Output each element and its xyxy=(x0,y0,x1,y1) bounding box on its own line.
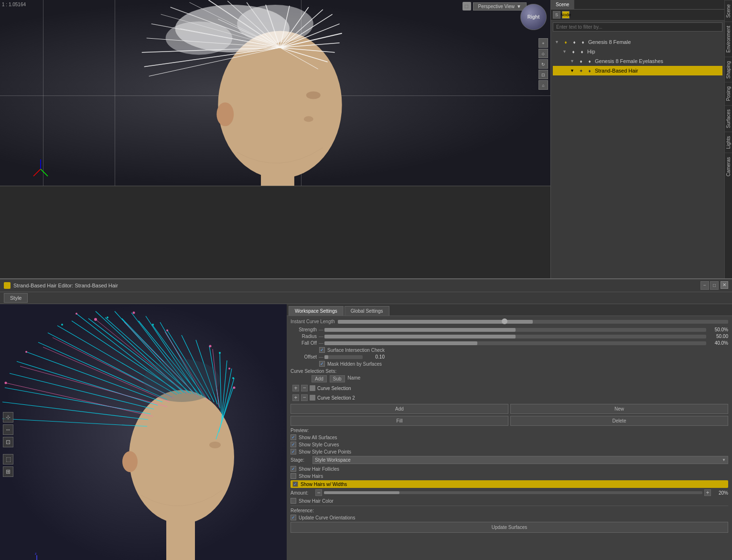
vtab-posing[interactable]: Posing xyxy=(725,82,732,105)
perspective-view-btn[interactable]: Perspective View ▼ xyxy=(473,2,527,11)
pan-btn[interactable]: ⊹ xyxy=(538,49,548,58)
orbit-btn[interactable]: ⊹ xyxy=(3,412,13,423)
delete-btn[interactable]: Delete xyxy=(510,416,728,426)
global-settings-tab[interactable]: Global Settings xyxy=(344,306,389,316)
svg-line-34 xyxy=(33,169,41,176)
nav-ball[interactable]: Right xyxy=(520,4,547,30)
rotate-btn[interactable]: ↻ xyxy=(538,59,548,69)
show-hair-color-label: Show Hair Color xyxy=(299,498,334,504)
vtab-lights[interactable]: Lights xyxy=(725,132,732,153)
amount-plus[interactable]: + xyxy=(704,489,711,496)
header-btns: − □ ✕ xyxy=(700,281,728,290)
curve1-plus[interactable]: + xyxy=(292,385,299,391)
show-all-surfaces-cb[interactable] xyxy=(291,434,296,440)
show-hair-follicles-cb[interactable] xyxy=(291,466,296,472)
frame-btn[interactable]: ⊞ xyxy=(3,466,13,477)
zoom-btn[interactable]: + xyxy=(538,38,548,48)
update-surfaces-btn[interactable]: Update Surfaces xyxy=(291,522,728,533)
maximize-btn[interactable]: □ xyxy=(710,281,719,290)
show-hair-color-cb[interactable] xyxy=(291,498,296,504)
scene-icon-node[interactable]: Node xyxy=(562,11,570,19)
eyelashes-label: Genesis 8 Female Eyelashes xyxy=(595,58,721,64)
show-hairs-widths-cb[interactable] xyxy=(292,481,298,487)
vtab-cameras[interactable]: Cameras xyxy=(725,153,732,180)
col-sub[interactable]: Sub xyxy=(330,375,345,382)
svg-point-28 xyxy=(237,5,313,43)
curve2-plus[interactable]: + xyxy=(292,394,299,401)
instant-curve-handle[interactable] xyxy=(502,318,507,324)
home-btn[interactable]: ⌂ xyxy=(538,80,548,90)
scene-tab[interactable]: Scene xyxy=(551,0,574,9)
show-style-curve-points-cb[interactable] xyxy=(291,449,296,454)
vtab-shaping[interactable]: Shaping xyxy=(725,57,732,83)
show-style-curves-row: Show Style Curves xyxy=(291,442,728,447)
fill-btn[interactable]: Fill xyxy=(291,416,508,426)
strength-value: 50.0% xyxy=(708,327,728,332)
radius-slider[interactable] xyxy=(324,335,706,338)
update-curve-orientations-row: Update Curve Orientations xyxy=(291,515,728,520)
settings-tabs: Workspace Settings Global Settings xyxy=(287,304,732,316)
hair-label: Strand-Based Hair xyxy=(595,68,721,74)
hair-settings-panel: Workspace Settings Global Settings Insta… xyxy=(287,304,732,560)
viewport-title-area: ⬚ Perspective View ▼ xyxy=(463,2,527,11)
style-tab[interactable]: Style xyxy=(4,293,28,303)
xyz-indicator xyxy=(29,157,53,182)
instant-curve-slider[interactable] xyxy=(338,320,728,324)
curve-sets-columns: Add Sub Name xyxy=(291,375,728,382)
falloff-slider[interactable] xyxy=(324,341,706,345)
fit-btn[interactable]: ⊡ xyxy=(538,70,548,79)
zoom-left-btn[interactable]: ⊡ xyxy=(3,437,13,447)
scene-item-hair[interactable]: ▼ ✦ ♦ Strand-Based Hair xyxy=(553,66,722,75)
scene-item-hip[interactable]: ▼ ♦ ♦ Hip xyxy=(553,47,722,56)
curve1-minus[interactable]: − xyxy=(301,385,308,391)
vtab-environment[interactable]: Environment xyxy=(725,21,732,56)
col-add[interactable]: Add xyxy=(312,375,327,382)
pan-left-btn[interactable]: ↔ xyxy=(3,424,13,435)
vtab-surfaces[interactable]: Surfaces xyxy=(725,105,732,132)
svg-point-85 xyxy=(25,351,27,353)
offset-slider[interactable] xyxy=(324,355,363,359)
svg-point-84 xyxy=(233,387,236,389)
workspace-settings-tab[interactable]: Workspace Settings xyxy=(289,306,344,316)
update-curve-orientations-cb[interactable] xyxy=(291,515,296,520)
new-btn[interactable]: New xyxy=(510,404,728,414)
viewport-icon: ⬚ xyxy=(463,2,471,11)
svg-text:z: z xyxy=(35,553,37,555)
svg-point-86 xyxy=(5,382,7,384)
svg-point-0 xyxy=(218,31,342,179)
scene-item-genesis8[interactable]: ▼ ♦ ♦ ♦ Genesis 8 Female xyxy=(553,37,722,47)
show-hairs-cb[interactable] xyxy=(291,473,296,479)
close-editor-btn[interactable]: ✕ xyxy=(721,281,728,289)
stage-dropdown[interactable]: Style Workspace ▼ xyxy=(312,456,728,464)
show-style-curves-cb[interactable] xyxy=(291,442,296,447)
show-all-surfaces-row: Show All Surfaces xyxy=(291,434,728,440)
strength-slider[interactable] xyxy=(324,328,706,332)
minimize-btn[interactable]: − xyxy=(700,281,709,290)
mask-hidden-cb[interactable] xyxy=(319,361,325,367)
perspective-label: Perspective View xyxy=(478,4,515,9)
surface-intersection-cb[interactable] xyxy=(319,347,325,353)
curve2-minus[interactable]: − xyxy=(301,394,308,401)
scene-item-eyelashes[interactable]: ▼ ♦ ♦ Genesis 8 Female Eyelashes xyxy=(553,56,722,66)
amount-minus[interactable]: − xyxy=(315,489,322,496)
fit-left-btn[interactable]: ⬚ xyxy=(3,454,13,465)
update-curve-orientations-label: Update Curve Orientations xyxy=(299,515,355,520)
scene-filter-input[interactable] xyxy=(553,22,722,32)
svg-point-91 xyxy=(232,377,234,379)
offset-value: 0.10 xyxy=(365,354,385,359)
radius-dash: — xyxy=(319,334,323,339)
viewport-canvas[interactable]: 1 : 1.05164 ⬚ Perspective View ▼ Right xyxy=(0,0,550,186)
add-btn[interactable]: Add xyxy=(291,404,508,414)
scene-icon-s[interactable]: S xyxy=(553,11,560,19)
stage-arrow: ▼ xyxy=(722,458,726,462)
editor-icon xyxy=(4,282,11,289)
scene-header-icons: S Node xyxy=(551,10,724,21)
svg-line-33 xyxy=(41,169,48,176)
scene-tabs: Scene xyxy=(551,0,724,10)
hair-preview-area[interactable]: ⊹ ↔ ⊡ ⬚ ⊞ y x xyxy=(0,304,287,560)
vtab-scene[interactable]: Scene xyxy=(725,0,732,21)
hip-label: Hip xyxy=(587,49,721,54)
amount-value: 20% xyxy=(713,490,728,496)
amount-slider[interactable] xyxy=(324,491,702,494)
hair-editor-svg xyxy=(0,304,287,560)
